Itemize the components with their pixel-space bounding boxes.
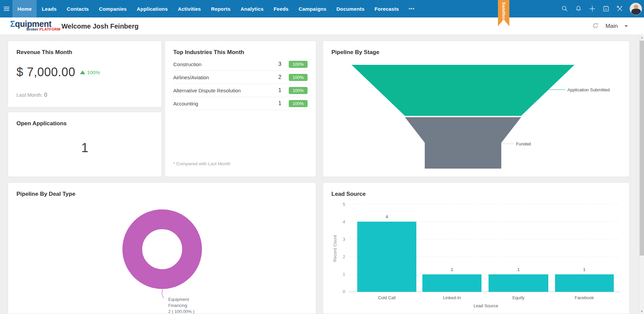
scrollbar-thumb[interactable] [640, 41, 644, 256]
logo-sub-broker: Broker [27, 27, 38, 31]
nav-tab-activities[interactable]: Activities [173, 0, 206, 17]
svg-text:1: 1 [517, 267, 519, 272]
nav-tab-contacts[interactable]: Contacts [62, 0, 94, 17]
x-axis-category-labels: Cold Call Linked-In Equify Facebook [378, 295, 594, 300]
nav-tab-campaigns[interactable]: Campaigns [293, 0, 331, 17]
change-badge: 100% [289, 74, 308, 81]
svg-text:1: 1 [451, 267, 453, 272]
revenue-this-month-card: Revenue This Month $ 7,000.00 100% Last … [8, 41, 162, 107]
nav-tab-home[interactable]: Home [12, 0, 37, 17]
nav-tab-analytics[interactable]: Analytics [235, 0, 269, 17]
quick-create-plus-icon[interactable] [588, 5, 596, 13]
refresh-icon[interactable] [592, 23, 599, 30]
pipeline-by-deal-type-card: Pipeline By Deal Type Equipment Financin… [8, 182, 316, 314]
open-apps-card-title: Open Applications [16, 120, 67, 127]
svg-text:1: 1 [343, 272, 345, 277]
industry-row-construction[interactable]: Construction 3 100% [173, 58, 308, 71]
svg-text:4: 4 [385, 214, 388, 219]
nav-tab-documents[interactable]: Documents [331, 0, 369, 17]
bar-cold-call[interactable] [357, 222, 416, 292]
dashboard-view-selector: Main [592, 17, 628, 35]
funnel-chart: Application Submitted Funded [323, 41, 630, 177]
change-badge: 100% [289, 100, 308, 107]
notifications-bell-icon[interactable] [574, 5, 583, 13]
equipment-broker-logo[interactable]: Σquipment Broker PLATFORM [10, 20, 60, 31]
svg-text:4: 4 [343, 219, 345, 224]
industry-row-adr[interactable]: Alternative Dispute Resolution 1 100% [173, 84, 308, 97]
open-apps-count: 1 [8, 141, 162, 155]
top-industries-card: Top Industries This Month Construction 3… [165, 41, 316, 177]
dashboard-content: Revenue This Month $ 7,000.00 100% Last … [0, 35, 644, 314]
open-applications-card: Open Applications 1 [8, 112, 162, 177]
nav-icon-group: 31 [561, 0, 642, 17]
change-badge: 100% [289, 61, 308, 68]
revenue-last-month: Last Month:0 [16, 92, 47, 98]
funnel-label-funded: Funded [516, 141, 531, 146]
nav-tab-reports[interactable]: Reports [206, 0, 235, 17]
industry-row-accounting[interactable]: Accounting 1 100% [173, 97, 308, 110]
lead-source-card: Lead Source 5 4 3 2 1 0 [323, 182, 630, 314]
industries-card-title: Top Industries This Month [173, 49, 244, 56]
revenue-change-percent: 100% [87, 70, 100, 75]
revenue-card-title: Revenue This Month [16, 49, 72, 56]
nav-tab-companies[interactable]: Companies [94, 0, 132, 17]
funnel-label-application-submitted: Application Submitted [567, 87, 610, 92]
industry-row-airlines[interactable]: Airlines/Aviation 2 100% [173, 71, 308, 84]
hamburger-menu-icon[interactable] [4, 6, 11, 12]
page-header: Σquipment Broker PLATFORM Welcome Josh F… [0, 17, 644, 35]
search-icon[interactable] [561, 5, 569, 13]
svg-text:31: 31 [605, 8, 607, 11]
svg-text:3: 3 [343, 237, 345, 242]
nav-tabs: Home Leads Contacts Companies Applicatio… [12, 0, 419, 17]
bar-equify[interactable] [489, 274, 548, 292]
x-axis-title: Lead Source [473, 303, 498, 308]
revenue-change: 100% [80, 70, 100, 75]
trend-up-icon [80, 71, 85, 74]
chevron-down-icon[interactable] [625, 25, 628, 27]
donut-slice-label: Equipment Financing 2 ( 100.00% ) [168, 297, 194, 314]
donut-slice-equipment-financing[interactable] [132, 219, 192, 279]
nav-tab-leads[interactable]: Leads [37, 0, 61, 17]
bar-facebook[interactable] [555, 274, 614, 292]
nav-tab-applications[interactable]: Applications [132, 0, 173, 17]
industries-list: Construction 3 100% Airlines/Aviation 2 … [173, 58, 308, 110]
svg-text:0: 0 [343, 289, 345, 294]
revenue-last-month-value: 0 [44, 92, 47, 98]
scrollbar-down-arrow[interactable]: ▼ [639, 309, 644, 314]
bar-linked-in[interactable] [422, 274, 481, 292]
logo-sigma: Σ [10, 19, 15, 29]
svg-text:Equify: Equify [512, 295, 525, 300]
nav-tab-forecasts[interactable]: Forecasts [369, 0, 404, 17]
lead-source-bar-chart: 5 4 3 2 1 0 4 1 1 1 Cold Call Linked-In … [323, 183, 630, 314]
svg-text:5: 5 [343, 202, 345, 207]
more-tabs-icon[interactable]: ••• [404, 0, 419, 17]
calendar-icon[interactable]: 31 [602, 5, 610, 13]
svg-text:Cold Call: Cold Call [378, 295, 396, 300]
funnel-segment-application-submitted[interactable] [352, 65, 574, 116]
nav-tab-feeds[interactable]: Feeds [269, 0, 293, 17]
scrollbar-up-arrow[interactable]: ▲ [639, 35, 644, 40]
revenue-value: $ 7,000.00 [16, 65, 75, 79]
funnel-segment-funded[interactable] [405, 117, 521, 169]
welcome-title: Welcome Josh Feinberg [61, 17, 139, 35]
change-badge: 100% [289, 87, 308, 94]
svg-text:Linked-In: Linked-In [443, 295, 461, 300]
pipeline-by-stage-card: Pipeline By Stage Application Submitted … [323, 41, 630, 177]
user-avatar[interactable] [630, 3, 642, 15]
y-axis-title: Record Count [332, 235, 337, 262]
logo-sub-platform: PLATFORM [39, 27, 60, 31]
dashboard-name-dropdown[interactable]: Main [605, 23, 618, 30]
top-navbar: Home Leads Contacts Companies Applicatio… [0, 0, 644, 17]
donut-leader-line [162, 289, 164, 298]
svg-text:Facebook: Facebook [574, 295, 594, 300]
settings-tools-icon[interactable] [616, 5, 624, 13]
svg-text:1: 1 [583, 267, 585, 272]
y-axis-ticks: 5 4 3 2 1 0 [343, 202, 345, 294]
industries-footnote: * Compared with Last Month [173, 161, 230, 166]
svg-text:2: 2 [343, 254, 345, 259]
vertical-scrollbar: ▲ ▼ [639, 35, 644, 314]
donut-chart [8, 183, 317, 314]
